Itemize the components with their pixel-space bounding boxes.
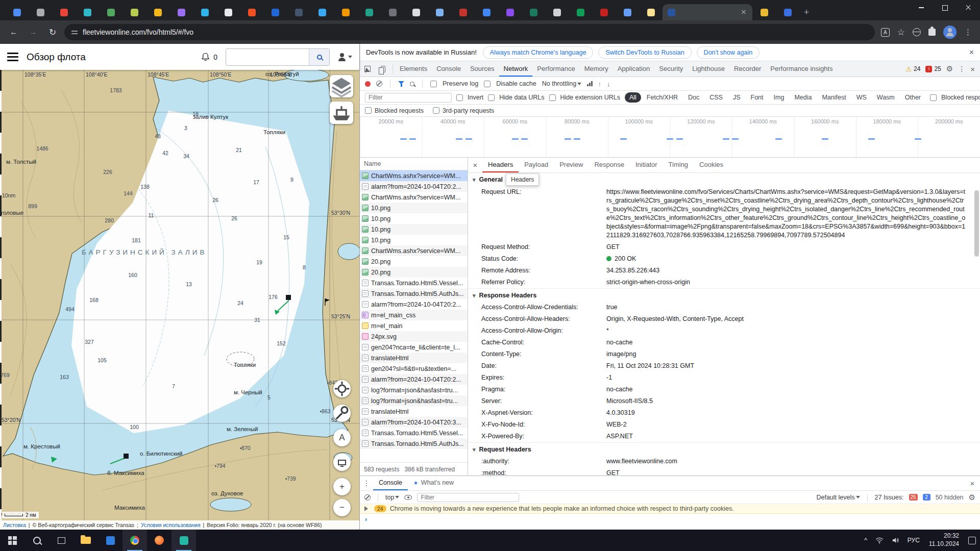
browser-tab[interactable] xyxy=(357,4,381,20)
address-bar[interactable]: fleetviewonline.com/fvo/html5/#/fvo xyxy=(64,24,875,40)
browser-tab[interactable] xyxy=(287,4,310,20)
network-request-row[interactable]: Transas.Tornado.Html5.AuthJs... xyxy=(360,438,468,449)
network-request-row[interactable]: 10.png xyxy=(360,224,468,235)
detail-tab[interactable]: Headers xyxy=(482,158,519,172)
hidden-icons-button[interactable]: ^ xyxy=(860,530,871,551)
console-context-select[interactable]: top xyxy=(385,494,399,501)
devtools-tab[interactable]: Elements xyxy=(395,61,432,77)
devtools-tab[interactable]: Performance xyxy=(532,61,579,77)
devtools-tab[interactable]: Performance insights xyxy=(766,61,837,77)
infobar-close-icon[interactable] xyxy=(969,48,974,57)
hide-data-urls-checkbox[interactable] xyxy=(488,94,495,101)
network-request-row[interactable]: ChartWms.ashx?service=WM... xyxy=(360,245,468,256)
console-warning-message[interactable]: 24 Chrome is moving towards a new experi… xyxy=(360,504,980,514)
filter-chip[interactable]: Other xyxy=(900,92,925,103)
file-explorer-button[interactable] xyxy=(74,530,98,551)
import-har-icon[interactable] xyxy=(598,80,602,88)
network-conditions-icon[interactable] xyxy=(587,81,593,86)
filter-chip[interactable]: WS xyxy=(852,92,871,103)
browser-tab[interactable] xyxy=(616,4,639,20)
browser-tab[interactable] xyxy=(334,4,357,20)
layers-button[interactable] xyxy=(330,75,353,97)
devtools-tab[interactable]: Network xyxy=(499,61,533,77)
maximize-button[interactable] xyxy=(933,0,957,15)
browser-tab[interactable] xyxy=(122,4,146,20)
search-button[interactable] xyxy=(309,49,329,65)
preserve-log-checkbox[interactable] xyxy=(430,81,437,87)
close-window-button[interactable] xyxy=(957,0,980,15)
network-request-row[interactable]: 20.png xyxy=(360,267,468,278)
detail-tab[interactable]: Initiator xyxy=(630,158,663,172)
filter-chip[interactable]: Wasm xyxy=(872,92,899,103)
filter-icon[interactable] xyxy=(398,81,404,87)
fleet-app-button[interactable] xyxy=(172,530,196,551)
network-filter-input[interactable] xyxy=(365,93,452,103)
extensions-icon[interactable] xyxy=(928,29,936,36)
devtools-tab[interactable]: Recorder xyxy=(729,61,766,77)
network-request-row[interactable]: translateHtml xyxy=(360,353,468,363)
browser-tab[interactable] xyxy=(193,4,216,20)
throttling-select[interactable]: No throttling xyxy=(542,80,581,87)
browser-tab[interactable] xyxy=(381,4,404,20)
network-request-row[interactable]: alarm?from=2024-10-04T20:3... xyxy=(360,417,468,428)
browser-tab-active[interactable] xyxy=(663,4,752,20)
device-toolbar-button[interactable] xyxy=(375,61,390,77)
filter-chip[interactable]: Img xyxy=(769,92,789,103)
browser-tab[interactable] xyxy=(451,4,475,20)
detail-close-icon[interactable] xyxy=(468,158,482,172)
taskbar-search-button[interactable] xyxy=(24,530,49,551)
browser-menu-icon[interactable] xyxy=(964,28,972,37)
browser-tab[interactable] xyxy=(428,4,451,20)
devtools-settings-icon[interactable] xyxy=(946,64,953,73)
user-menu[interactable] xyxy=(338,53,352,61)
new-tab-button[interactable] xyxy=(799,5,814,19)
log-levels-select[interactable]: Default levels xyxy=(816,494,860,501)
detail-tab[interactable]: Timing xyxy=(663,158,694,172)
clear-console-icon[interactable] xyxy=(364,494,371,500)
general-section-header[interactable]: General xyxy=(468,173,980,186)
third-party-checkbox[interactable] xyxy=(433,107,439,114)
filter-chip[interactable]: All xyxy=(625,92,641,103)
tab-close-icon[interactable] xyxy=(740,9,747,16)
browser-tab[interactable] xyxy=(569,4,592,20)
media-app-button[interactable] xyxy=(147,530,172,551)
filter-chip[interactable]: Fetch/XHR xyxy=(642,92,682,103)
console-prompt[interactable] xyxy=(360,514,980,524)
live-expression-icon[interactable] xyxy=(404,495,412,500)
zoom-out-button[interactable] xyxy=(333,499,351,516)
site-info-icon[interactable] xyxy=(71,30,78,35)
invert-checkbox[interactable] xyxy=(456,94,463,101)
record-button[interactable] xyxy=(365,81,371,87)
fleet-button[interactable] xyxy=(330,102,353,124)
export-har-icon[interactable] xyxy=(607,80,610,88)
filter-chip[interactable]: Manifest xyxy=(817,92,850,103)
name-column-header[interactable]: Name xyxy=(360,158,468,170)
console-tab[interactable]: Console xyxy=(373,476,408,490)
issues-label[interactable]: 27 Issues: xyxy=(875,494,904,501)
detail-tab[interactable]: Preview xyxy=(554,158,589,172)
zoom-in-button[interactable] xyxy=(333,478,351,495)
network-request-row[interactable]: ChartWms.ashx?service=WM... xyxy=(360,170,468,181)
network-request-row[interactable]: m=el_main_css xyxy=(360,310,468,320)
menu-hamburger-icon[interactable] xyxy=(7,53,18,61)
console-tab[interactable]: What's new xyxy=(408,476,459,490)
console-filter-input[interactable] xyxy=(417,493,519,502)
browser-tab[interactable] xyxy=(545,4,569,20)
measure-tools-button[interactable] xyxy=(333,405,351,422)
inspect-element-button[interactable] xyxy=(360,61,375,77)
network-request-row[interactable]: gen204?nca=te_li&client=te_l... xyxy=(360,342,468,353)
wifi-tray-icon[interactable] xyxy=(871,530,888,551)
search-input[interactable] xyxy=(226,49,309,65)
chrome-app-button[interactable] xyxy=(122,530,147,551)
locate-button[interactable] xyxy=(333,380,351,397)
browser-tab[interactable] xyxy=(639,4,663,20)
devtools-tab[interactable]: Sources xyxy=(465,61,499,77)
browser-tab[interactable] xyxy=(498,4,522,20)
filter-chip[interactable]: Font xyxy=(746,92,768,103)
network-request-row[interactable]: 10.png xyxy=(360,203,468,213)
devtools-close-icon[interactable] xyxy=(970,65,975,73)
drawer-close-icon[interactable] xyxy=(965,476,980,490)
devtools-tab[interactable]: Application xyxy=(613,61,655,77)
console-settings-icon[interactable] xyxy=(969,493,975,502)
browser-tab[interactable] xyxy=(52,4,76,20)
